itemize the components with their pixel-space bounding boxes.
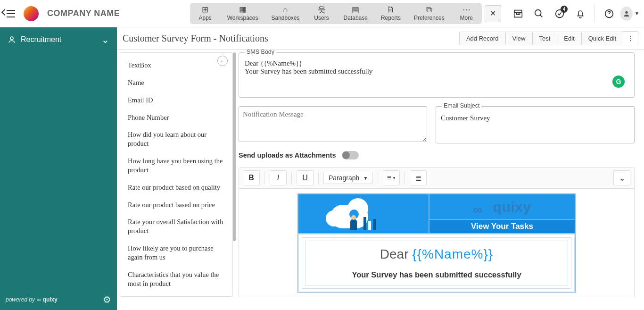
sms-body-fieldset: SMS Body Dear {{%Name%}} Your Survey has…	[239, 52, 635, 98]
email-subject-input[interactable]: Customer Survey	[441, 114, 629, 122]
editor-toolbar: B I U Paragraph▼ ≡▼ ≣ ⌄	[239, 168, 634, 189]
template-header-image	[298, 194, 429, 234]
email-editor: B I U Paragraph▼ ≡▼ ≣ ⌄	[239, 167, 635, 298]
nav-database[interactable]: ▤Database	[337, 3, 374, 24]
action-more-button[interactable]: ⋮	[623, 31, 638, 45]
action-quick-edit[interactable]: Quick Edit	[581, 32, 623, 45]
page-header: Customer Survey Form - Notifications Add…	[117, 27, 644, 50]
settings-icon[interactable]: ⚙	[103, 294, 111, 305]
field-item[interactable]: Rate our product based on quality	[120, 179, 232, 196]
field-item[interactable]: Name	[120, 74, 232, 92]
nav-users[interactable]: 웃Users	[306, 3, 337, 24]
bold-button[interactable]: B	[243, 170, 260, 185]
chevron-down-icon: ⌄	[101, 34, 109, 45]
help-icon[interactable]	[600, 4, 619, 23]
user-menu[interactable]: ▼	[620, 4, 639, 23]
workarea: ← TextBoxNameEmail IDPhone NumberHow did…	[117, 50, 644, 310]
sidebar: Recruitment ⌄ powered by ∞ quixy ⚙	[0, 27, 117, 310]
italic-button[interactable]: I	[270, 170, 287, 185]
top-left: COMPANY NAME	[0, 6, 190, 21]
field-item[interactable]: Email ID	[120, 92, 232, 109]
nav-close-button[interactable]: ✕	[485, 5, 501, 22]
row-message-subject: Email Subject Customer Survey	[239, 106, 635, 143]
sms-body-legend: SMS Body	[245, 50, 276, 55]
field-item[interactable]: Rate our product based on price	[120, 196, 232, 214]
sidebar-label: Recruitment	[21, 35, 61, 44]
template-greeting: Dear {{%Name%}}	[314, 247, 559, 262]
template-logo: ∞quixy	[429, 194, 575, 220]
action-add-record[interactable]: Add Record	[459, 32, 505, 45]
underline-button[interactable]: U	[297, 170, 314, 185]
svg-line-1	[540, 15, 543, 17]
attachments-toggle-row: Send uploads as Attachments	[239, 151, 635, 159]
field-item[interactable]: Rate your overall Satisfaction with prod…	[120, 213, 232, 240]
email-canvas[interactable]: ∞quixy View Your Tasks Dear {{%Name%}} Y…	[239, 189, 634, 298]
field-item[interactable]: How long have you been using the product	[120, 152, 232, 179]
list-button[interactable]: ≣	[410, 170, 427, 185]
menu-toggle-button[interactable]	[5, 10, 15, 17]
attachments-label: Send uploads as Attachments	[239, 151, 336, 159]
nav-sandboxes[interactable]: ⌂Sandboxes	[264, 3, 306, 24]
field-item[interactable]: How likely are you to purchase again fro…	[120, 240, 232, 266]
nav-reports[interactable]: 🗎Reports	[374, 3, 407, 24]
grammarly-icon[interactable]: G	[612, 75, 625, 88]
template-message: Your Survey has been submitted successfu…	[314, 270, 559, 279]
nav-preferences[interactable]: ⧉Preferences	[407, 3, 451, 24]
action-view[interactable]: View	[505, 32, 532, 45]
view-tasks-link[interactable]: View Your Tasks	[429, 220, 575, 233]
sms-body-input[interactable]: Dear {{%Name%}} Your Survey has been sub…	[245, 59, 628, 92]
sidebar-item-recruitment[interactable]: Recruitment ⌄	[0, 27, 117, 52]
approvals-icon[interactable]: 4	[550, 4, 569, 23]
svg-point-4	[625, 11, 627, 13]
brand-name: COMPANY NAME	[47, 8, 120, 18]
notification-message-input[interactable]	[239, 106, 427, 142]
svg-point-0	[535, 9, 541, 16]
nav-more[interactable]: ⋯More	[451, 3, 482, 24]
field-item[interactable]: Characteristics that you value the most …	[120, 266, 232, 293]
nav-workspaces[interactable]: ▦Workspaces	[221, 3, 265, 24]
logo-icon	[24, 6, 39, 21]
action-test[interactable]: Test	[532, 32, 557, 45]
divider	[594, 5, 595, 22]
scrollbar[interactable]	[233, 52, 236, 241]
store-icon[interactable]	[509, 4, 528, 23]
align-button[interactable]: ≡▼	[383, 170, 400, 185]
field-list: ← TextBoxNameEmail IDPhone NumberHow did…	[120, 52, 233, 297]
back-button[interactable]: ←	[217, 56, 228, 66]
field-item[interactable]: How did you learn about our product	[120, 126, 232, 152]
nav-apps[interactable]: ⊞Apps	[190, 3, 221, 24]
sidebar-footer: powered by ∞ quixy ⚙	[0, 289, 117, 310]
top-right: 4 ▼	[504, 4, 644, 23]
approvals-badge: 4	[561, 6, 568, 13]
field-item[interactable]: TextBox	[120, 57, 232, 74]
email-subject-legend: Email Subject	[442, 102, 481, 109]
form-area: SMS Body Dear {{%Name%}} Your Survey has…	[236, 50, 644, 310]
paragraph-select[interactable]: Paragraph▼	[323, 172, 373, 184]
email-subject-fieldset: Email Subject Customer Survey	[436, 106, 635, 143]
attachments-toggle[interactable]	[342, 151, 359, 159]
page-actions: Add RecordViewTestEditQuick Edit⋮	[459, 31, 638, 45]
topbar: COMPANY NAME ⊞Apps▦Workspaces⌂Sandboxes웃…	[0, 0, 644, 27]
bell-icon[interactable]	[571, 4, 590, 23]
field-item[interactable]: Phone Number	[120, 109, 232, 126]
email-template: ∞quixy View Your Tasks Dear {{%Name%}} Y…	[297, 193, 576, 293]
content: Customer Survey Form - Notifications Add…	[117, 27, 644, 310]
main: Recruitment ⌄ powered by ∞ quixy ⚙ Custo…	[0, 27, 644, 310]
search-icon[interactable]	[529, 4, 548, 23]
main-nav: ⊞Apps▦Workspaces⌂Sandboxes웃Users▤Databas…	[190, 3, 482, 24]
action-edit[interactable]: Edit	[557, 32, 581, 45]
page-title: Customer Survey Form - Notifications	[123, 33, 268, 44]
toolbar-expand-button[interactable]: ⌄	[613, 170, 630, 185]
svg-point-5	[10, 37, 13, 40]
